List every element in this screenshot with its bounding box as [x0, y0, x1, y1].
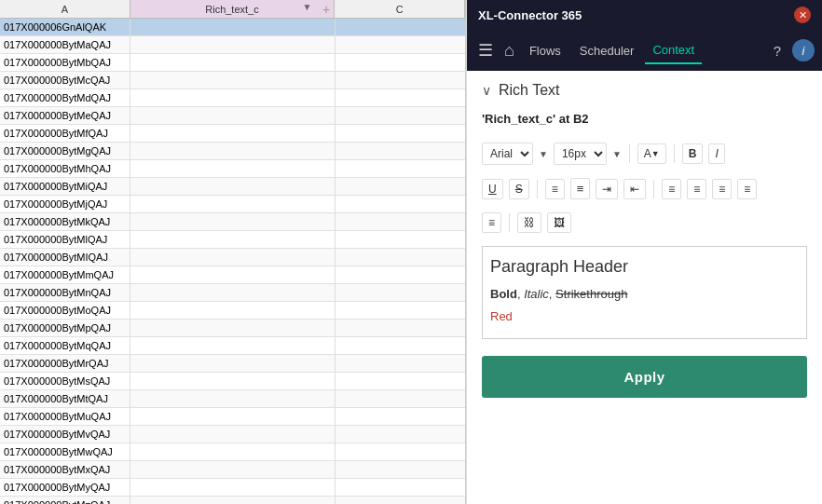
align-left-button[interactable]: ≡ [662, 179, 681, 199]
panel-close-button[interactable]: ✕ [794, 7, 811, 23]
add-column-icon[interactable]: + [322, 2, 330, 17]
table-row[interactable]: 017X000000BytMyQAJ [0, 479, 465, 497]
table-row[interactable]: 017X000006GnAlQAK [0, 19, 465, 36]
table-row[interactable]: 017X000000BytMmQAJ [0, 266, 465, 284]
table-row[interactable]: 017X000000BytMvQAJ [0, 426, 465, 443]
table-row[interactable]: 017X000000BytMfQAJ [0, 125, 465, 143]
cell-content [130, 320, 336, 336]
panel-title: XL-Connector 365 [478, 8, 582, 22]
table-row[interactable]: 017X000000BytMcQAJ [0, 72, 465, 89]
align-right-button[interactable]: ≡ [712, 179, 732, 199]
cell-id: 017X000000BytMIQAJ [0, 249, 130, 266]
info-button[interactable]: i [792, 39, 815, 61]
hamburger-icon[interactable]: ☰ [474, 36, 497, 64]
nav-context[interactable]: Context [645, 37, 702, 64]
cell-id: 017X000000BytMlQAJ [0, 231, 130, 248]
list-ordered-icon: ≡ [577, 182, 584, 196]
home-icon[interactable]: ⌂ [500, 37, 518, 64]
outdent-button[interactable]: ⇤ [623, 179, 646, 199]
cell-content [130, 231, 336, 248]
cell-content [130, 160, 336, 177]
cell-content [130, 107, 336, 124]
cell-id: 017X000000BytMtQAJ [0, 390, 130, 407]
table-row[interactable]: 017X000000BytMrQAJ [0, 355, 465, 373]
table-row[interactable]: 017X000000BytMeQAJ [0, 107, 465, 125]
underline-button[interactable]: U [482, 179, 503, 199]
italic-button[interactable]: I [708, 143, 724, 164]
table-row[interactable]: 017X000000BytMlQAJ [0, 231, 465, 249]
toolbar-row-2: U S ≡ ≡ ⇥ ⇤ ≡ ≡ ≡ ≡ [482, 178, 807, 199]
cell-id: 017X000000BytMkQAJ [0, 213, 130, 230]
cell-id: 017X000000BytMbQAJ [0, 54, 130, 71]
more-format-button[interactable]: ≡ [482, 212, 501, 233]
table-row[interactable]: 017X000000BytMwQAJ [0, 443, 465, 461]
cell-id: 017X000000BytMuQAJ [0, 408, 130, 425]
table-row[interactable]: 017X000000BytMxQAJ [0, 461, 465, 479]
nav-scheduler[interactable]: Scheduler [572, 38, 642, 63]
cell-content [130, 72, 336, 89]
table-row[interactable]: 017X000000BytMaQAJ [0, 36, 465, 54]
table-row[interactable]: 017X000000BytMdQAJ [0, 89, 465, 107]
cell-id: 017X000000BytMcQAJ [0, 72, 130, 89]
table-row[interactable]: 017X000000BytMbQAJ [0, 54, 465, 72]
cell-content [130, 426, 336, 443]
cell-id: 017X000000BytMaQAJ [0, 36, 130, 53]
cell-id: 017X000000BytMnQAJ [0, 284, 130, 301]
cell-content [130, 54, 336, 71]
formatted-text-line: Bold, Italic, Strikethrough [490, 285, 799, 304]
table-row[interactable]: 017X000000BytMIQAJ [0, 249, 465, 266]
col-header-b[interactable]: Rich_text_c ▼ + [130, 0, 336, 18]
italic-text: Italic [524, 287, 549, 301]
align-center-button[interactable]: ≡ [687, 179, 706, 199]
cell-id: 017X000000BytMhQAJ [0, 160, 130, 177]
table-row[interactable]: 017X000000BytMjQAJ [0, 196, 465, 213]
table-row[interactable]: 017X000000BytMnQAJ [0, 284, 465, 302]
table-row[interactable]: 017X000000BytMpQAJ [0, 320, 465, 337]
bold-text: Bold [490, 287, 517, 301]
cell-id: 017X000000BytMpQAJ [0, 320, 130, 336]
table-row[interactable]: 017X000000BytMhQAJ [0, 160, 465, 178]
chevron-down-icon[interactable]: ∨ [482, 83, 491, 98]
table-row[interactable]: 017X000000BytMsQAJ [0, 373, 465, 390]
cell-id: 017X000000BytMvQAJ [0, 426, 130, 443]
cell-id: 017X000000BytMjQAJ [0, 196, 130, 212]
nav-flows[interactable]: Flows [522, 38, 569, 63]
toolbar-divider-5 [509, 213, 510, 232]
list-unordered-button[interactable]: ≡ [545, 179, 565, 199]
table-row[interactable]: 017X000000BytMqQAJ [0, 337, 465, 355]
font-size-select[interactable]: 16px [554, 143, 607, 165]
cell-id: 017X000006GnAlQAK [0, 19, 130, 35]
table-row[interactable]: 017X000000BytMzQAJ [0, 497, 465, 504]
rich-text-editor[interactable]: Paragraph Header Bold, Italic, Strikethr… [482, 246, 807, 339]
panel-content: ∨ Rich Text 'Rich_text_c' at B2 Arial ▼ … [467, 71, 822, 504]
table-row[interactable]: 017X000000BytMkQAJ [0, 213, 465, 231]
table-row[interactable]: 017X000000BytMtQAJ [0, 390, 465, 408]
align-justify-button[interactable]: ≡ [737, 179, 757, 199]
indent-button[interactable]: ⇥ [596, 179, 618, 199]
list-ordered-button[interactable]: ≡ [570, 178, 591, 199]
table-row[interactable]: 017X000000BytMuQAJ [0, 408, 465, 426]
filter-icon[interactable]: ▼ [302, 2, 311, 12]
cell-content [130, 19, 336, 35]
font-family-select[interactable]: Arial [482, 143, 533, 165]
apply-button[interactable]: Apply [482, 356, 807, 398]
table-row[interactable]: 017X000000BytMgQAJ [0, 143, 465, 160]
table-row[interactable]: 017X000000BytMoQAJ [0, 302, 465, 320]
cell-content [130, 479, 336, 496]
table-row[interactable]: 017X000000BytMiQAJ [0, 178, 465, 196]
strikethrough-button[interactable]: S [509, 179, 529, 199]
cell-content [130, 266, 336, 283]
image-button[interactable]: 🖼 [547, 212, 571, 233]
cell-id: 017X000000BytMwQAJ [0, 443, 130, 460]
cell-content [130, 143, 336, 159]
help-button[interactable]: ? [766, 39, 788, 62]
bold-button[interactable]: B [682, 143, 704, 164]
font-size-chevron: ▼ [612, 149, 622, 159]
cell-content [130, 408, 336, 425]
font-color-button[interactable]: A ▼ [637, 143, 666, 164]
cell-id: 017X000000BytMyQAJ [0, 479, 130, 496]
rows-container: 017X000006GnAlQAK 017X000000BytMaQAJ 017… [0, 19, 465, 504]
link-button[interactable]: ⛓ [517, 212, 541, 233]
image-icon: 🖼 [554, 216, 565, 229]
toolbar-divider-1 [629, 144, 630, 163]
